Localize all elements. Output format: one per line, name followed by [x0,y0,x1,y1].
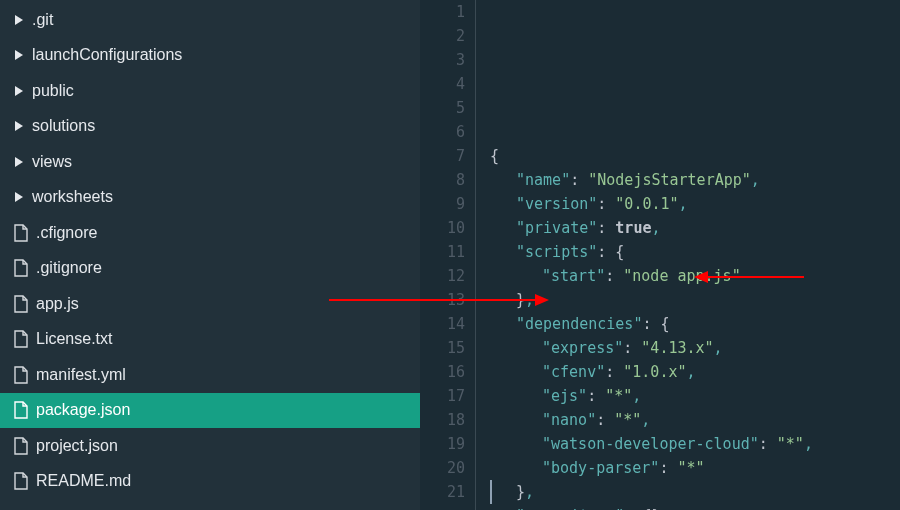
tree-item-label: manifest.yml [36,366,126,384]
file-item-manifest-yml[interactable]: manifest.yml [0,357,420,393]
token-key: "express" [542,336,623,360]
token-brace: { [661,312,670,336]
code-line[interactable]: "ejs": "*", [490,384,900,408]
svg-marker-3 [15,121,23,131]
folder-collapsed-icon [14,15,24,25]
code-line[interactable]: "repository": {}, [490,504,900,510]
token-brace: } [516,480,525,504]
code-line[interactable]: "cfenv": "1.0.x", [490,360,900,384]
token-colon: : [623,336,641,360]
line-number-gutter: 123456789101112131415161718192021 [420,0,475,510]
token-colon: : [597,192,615,216]
code-line[interactable]: "watson-developer-cloud": "*", [490,432,900,456]
line-number: 14 [420,312,465,336]
code-line[interactable]: "nano": "*", [490,408,900,432]
token-colon: : [759,432,777,456]
token-brace: } [516,288,525,312]
token-string: "node app.js" [623,264,740,288]
code-line[interactable]: "version": "0.0.1", [490,192,900,216]
line-number: 2 [420,24,465,48]
token-comma: , [687,360,696,384]
app-root: .gitlaunchConfigurationspublicsolutionsv… [0,0,900,510]
file-icon [14,330,28,348]
code-line[interactable]: "body-parser": "*" [490,456,900,480]
line-number: 15 [420,336,465,360]
svg-marker-0 [15,15,23,25]
folder-item-worksheets[interactable]: worksheets [0,180,420,216]
token-key: "watson-developer-cloud" [542,432,759,456]
file-item--cfignore[interactable]: .cfignore [0,215,420,251]
token-key: "private" [516,216,597,240]
line-number: 12 [420,264,465,288]
folder-item-public[interactable]: public [0,73,420,109]
token-comma: , [632,384,641,408]
token-string: "*" [777,432,804,456]
file-tree[interactable]: .gitlaunchConfigurationspublicsolutionsv… [0,0,420,510]
token-comma: , [751,168,760,192]
code-line[interactable]: "start": "node app.js" [490,264,900,288]
code-line[interactable]: { [490,144,900,168]
token-key: "ejs" [542,384,587,408]
token-comma: , [651,216,660,240]
svg-marker-1 [15,50,23,60]
line-number: 7 [420,144,465,168]
code-area[interactable]: {"name": "NodejsStarterApp","version": "… [476,0,900,510]
token-string: "*" [677,456,704,480]
token-colon: : [605,360,623,384]
file-icon [14,472,28,490]
token-comma: , [714,336,723,360]
token-colon: : [659,456,677,480]
tree-item-label: solutions [32,117,95,135]
token-key: "nano" [542,408,596,432]
code-line[interactable]: "name": "NodejsStarterApp", [490,168,900,192]
file-item--gitignore[interactable]: .gitignore [0,251,420,287]
svg-marker-5 [15,192,23,202]
token-colon: : [597,240,615,264]
tree-item-label: launchConfigurations [32,46,182,64]
token-brace: { [490,144,499,168]
folder-collapsed-icon [14,86,24,96]
file-icon [14,437,28,455]
line-number: 5 [420,96,465,120]
file-icon [14,366,28,384]
file-icon [14,401,28,419]
code-line[interactable]: "dependencies": { [490,312,900,336]
line-number: 17 [420,384,465,408]
file-item-project-json[interactable]: project.json [0,428,420,464]
line-number: 4 [420,72,465,96]
code-line[interactable]: }, [490,480,900,504]
tree-item-label: .gitignore [36,259,102,277]
line-number: 21 [420,480,465,504]
file-item-readme-md[interactable]: README.md [0,464,420,500]
token-colon: : [605,264,623,288]
token-key: "start" [542,264,605,288]
folder-item-launchconfigurations[interactable]: launchConfigurations [0,38,420,74]
text-cursor [490,480,492,504]
token-colon: : [570,168,588,192]
code-line[interactable]: "express": "4.13.x", [490,336,900,360]
file-item-package-json[interactable]: package.json [0,393,420,429]
code-line[interactable]: "scripts": { [490,240,900,264]
svg-marker-4 [15,157,23,167]
line-number: 19 [420,432,465,456]
token-colon: : [587,384,605,408]
folder-item--git[interactable]: .git [0,2,420,38]
token-string: "4.13.x" [641,336,713,360]
token-key: "version" [516,192,597,216]
token-colon: : [624,504,642,510]
token-key: "repository" [516,504,624,510]
tree-item-label: public [32,82,74,100]
token-comma: , [661,504,670,510]
folder-item-views[interactable]: views [0,144,420,180]
tree-item-label: app.js [36,295,79,313]
file-item-license-txt[interactable]: License.txt [0,322,420,358]
code-editor[interactable]: 123456789101112131415161718192021 {"name… [420,0,900,510]
line-number: 3 [420,48,465,72]
file-item-app-js[interactable]: app.js [0,286,420,322]
token-comma: , [804,432,813,456]
code-line[interactable]: "private": true, [490,216,900,240]
folder-item-solutions[interactable]: solutions [0,109,420,145]
folder-collapsed-icon [14,157,24,167]
code-line[interactable]: }, [490,288,900,312]
tree-item-label: .git [32,11,53,29]
